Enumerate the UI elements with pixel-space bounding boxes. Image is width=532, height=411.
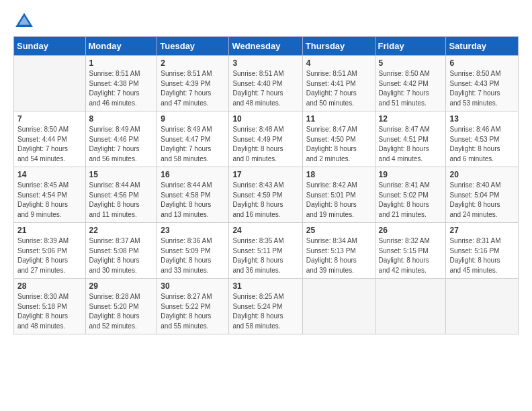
- day-info: Sunrise: 8:42 AM Sunset: 5:01 PM Dayligh…: [306, 181, 371, 220]
- day-number: 18: [306, 170, 371, 179]
- day-info: Sunrise: 8:41 AM Sunset: 5:02 PM Dayligh…: [379, 181, 443, 220]
- day-header-wednesday: Wednesday: [229, 37, 302, 56]
- calendar-cell: 27Sunrise: 8:31 AM Sunset: 5:16 PM Dayli…: [446, 223, 519, 279]
- day-info: Sunrise: 8:30 AM Sunset: 5:18 PM Dayligh…: [17, 292, 82, 331]
- calendar-cell: 12Sunrise: 8:47 AM Sunset: 4:51 PM Dayli…: [375, 111, 446, 167]
- calendar-cell: [375, 279, 446, 334]
- calendar-cell: 22Sunrise: 8:37 AM Sunset: 5:08 PM Dayli…: [85, 223, 157, 279]
- day-number: 2: [161, 58, 225, 68]
- calendar-cell: 26Sunrise: 8:32 AM Sunset: 5:15 PM Dayli…: [375, 223, 446, 279]
- calendar-cell: 31Sunrise: 8:25 AM Sunset: 5:24 PM Dayli…: [229, 279, 302, 334]
- day-number: 3: [232, 58, 298, 68]
- day-number: 12: [379, 114, 443, 124]
- day-number: 27: [449, 226, 515, 235]
- day-number: 11: [306, 114, 371, 124]
- day-number: 1: [89, 58, 154, 68]
- day-number: 15: [89, 170, 154, 179]
- calendar-cell: 25Sunrise: 8:34 AM Sunset: 5:13 PM Dayli…: [302, 223, 375, 279]
- logo: [13, 11, 38, 32]
- day-number: 24: [232, 226, 298, 235]
- day-header-saturday: Saturday: [446, 37, 519, 56]
- day-number: 17: [232, 170, 298, 179]
- day-number: 13: [449, 114, 515, 124]
- day-number: 23: [161, 226, 225, 235]
- day-info: Sunrise: 8:45 AM Sunset: 4:54 PM Dayligh…: [17, 181, 82, 220]
- calendar-cell: 18Sunrise: 8:42 AM Sunset: 5:01 PM Dayli…: [302, 167, 375, 223]
- calendar-cell: 13Sunrise: 8:46 AM Sunset: 4:53 PM Dayli…: [446, 111, 519, 167]
- day-info: Sunrise: 8:31 AM Sunset: 5:16 PM Dayligh…: [449, 236, 515, 275]
- calendar-week-row: 1Sunrise: 8:51 AM Sunset: 4:38 PM Daylig…: [14, 56, 519, 111]
- day-number: 22: [89, 226, 154, 235]
- day-info: Sunrise: 8:51 AM Sunset: 4:38 PM Dayligh…: [89, 69, 154, 108]
- calendar-cell: 17Sunrise: 8:43 AM Sunset: 4:59 PM Dayli…: [229, 167, 302, 223]
- day-number: 30: [161, 281, 225, 291]
- calendar-cell: [446, 279, 519, 334]
- day-number: 7: [17, 114, 82, 124]
- calendar-cell: 29Sunrise: 8:28 AM Sunset: 5:20 PM Dayli…: [85, 279, 157, 334]
- day-info: Sunrise: 8:32 AM Sunset: 5:15 PM Dayligh…: [379, 236, 443, 275]
- day-info: Sunrise: 8:48 AM Sunset: 4:49 PM Dayligh…: [232, 125, 298, 164]
- calendar-header-row: SundayMondayTuesdayWednesdayThursdayFrid…: [14, 37, 519, 56]
- calendar-cell: 20Sunrise: 8:40 AM Sunset: 5:04 PM Dayli…: [446, 167, 519, 223]
- day-number: 6: [449, 58, 515, 68]
- calendar-cell: 10Sunrise: 8:48 AM Sunset: 4:49 PM Dayli…: [229, 111, 302, 167]
- day-info: Sunrise: 8:51 AM Sunset: 4:41 PM Dayligh…: [306, 69, 371, 108]
- day-info: Sunrise: 8:27 AM Sunset: 5:22 PM Dayligh…: [161, 292, 225, 331]
- calendar-cell: 24Sunrise: 8:35 AM Sunset: 5:11 PM Dayli…: [229, 223, 302, 279]
- day-info: Sunrise: 8:46 AM Sunset: 4:53 PM Dayligh…: [449, 125, 515, 164]
- day-info: Sunrise: 8:43 AM Sunset: 4:59 PM Dayligh…: [232, 181, 298, 220]
- day-number: 10: [232, 114, 298, 124]
- page-header: [13, 11, 519, 32]
- day-number: 20: [449, 170, 515, 179]
- calendar-cell: 6Sunrise: 8:50 AM Sunset: 4:43 PM Daylig…: [446, 56, 519, 111]
- calendar-cell: 23Sunrise: 8:36 AM Sunset: 5:09 PM Dayli…: [157, 223, 229, 279]
- calendar-cell: 19Sunrise: 8:41 AM Sunset: 5:02 PM Dayli…: [375, 167, 446, 223]
- day-info: Sunrise: 8:51 AM Sunset: 4:40 PM Dayligh…: [232, 69, 298, 108]
- calendar-cell: [302, 279, 375, 334]
- day-header-sunday: Sunday: [14, 37, 86, 56]
- calendar-cell: 14Sunrise: 8:45 AM Sunset: 4:54 PM Dayli…: [14, 167, 86, 223]
- calendar-table: SundayMondayTuesdayWednesdayThursdayFrid…: [13, 36, 519, 334]
- day-number: 5: [379, 58, 443, 68]
- day-number: 16: [161, 170, 225, 179]
- day-info: Sunrise: 8:47 AM Sunset: 4:50 PM Dayligh…: [306, 125, 371, 164]
- calendar-cell: 8Sunrise: 8:49 AM Sunset: 4:46 PM Daylig…: [85, 111, 157, 167]
- day-info: Sunrise: 8:50 AM Sunset: 4:44 PM Dayligh…: [17, 125, 82, 164]
- day-info: Sunrise: 8:35 AM Sunset: 5:11 PM Dayligh…: [232, 236, 298, 275]
- calendar-week-row: 7Sunrise: 8:50 AM Sunset: 4:44 PM Daylig…: [14, 111, 519, 167]
- day-number: 26: [379, 226, 443, 235]
- day-info: Sunrise: 8:25 AM Sunset: 5:24 PM Dayligh…: [232, 292, 298, 331]
- day-info: Sunrise: 8:50 AM Sunset: 4:43 PM Dayligh…: [449, 69, 515, 108]
- day-info: Sunrise: 8:39 AM Sunset: 5:06 PM Dayligh…: [17, 236, 82, 275]
- calendar-cell: 16Sunrise: 8:44 AM Sunset: 4:58 PM Dayli…: [157, 167, 229, 223]
- calendar-cell: 5Sunrise: 8:50 AM Sunset: 4:42 PM Daylig…: [375, 56, 446, 111]
- day-number: 9: [161, 114, 225, 124]
- day-info: Sunrise: 8:47 AM Sunset: 4:51 PM Dayligh…: [379, 125, 443, 164]
- logo-icon: [13, 11, 35, 32]
- day-number: 8: [89, 114, 154, 124]
- day-info: Sunrise: 8:44 AM Sunset: 4:56 PM Dayligh…: [89, 181, 154, 220]
- day-info: Sunrise: 8:51 AM Sunset: 4:39 PM Dayligh…: [161, 69, 225, 108]
- day-number: 29: [89, 281, 154, 291]
- day-number: 31: [232, 281, 298, 291]
- day-info: Sunrise: 8:37 AM Sunset: 5:08 PM Dayligh…: [89, 236, 154, 275]
- calendar-cell: 11Sunrise: 8:47 AM Sunset: 4:50 PM Dayli…: [302, 111, 375, 167]
- day-number: 28: [17, 281, 82, 291]
- calendar-cell: 7Sunrise: 8:50 AM Sunset: 4:44 PM Daylig…: [14, 111, 86, 167]
- day-header-thursday: Thursday: [302, 37, 375, 56]
- day-info: Sunrise: 8:50 AM Sunset: 4:42 PM Dayligh…: [379, 69, 443, 108]
- calendar-week-row: 14Sunrise: 8:45 AM Sunset: 4:54 PM Dayli…: [14, 167, 519, 223]
- day-header-friday: Friday: [375, 37, 446, 56]
- day-info: Sunrise: 8:49 AM Sunset: 4:47 PM Dayligh…: [161, 125, 225, 164]
- day-number: 25: [306, 226, 371, 235]
- calendar-cell: 9Sunrise: 8:49 AM Sunset: 4:47 PM Daylig…: [157, 111, 229, 167]
- calendar-cell: [14, 56, 86, 111]
- calendar-cell: 3Sunrise: 8:51 AM Sunset: 4:40 PM Daylig…: [229, 56, 302, 111]
- calendar-cell: 28Sunrise: 8:30 AM Sunset: 5:18 PM Dayli…: [14, 279, 86, 334]
- calendar-cell: 15Sunrise: 8:44 AM Sunset: 4:56 PM Dayli…: [85, 167, 157, 223]
- calendar-cell: 30Sunrise: 8:27 AM Sunset: 5:22 PM Dayli…: [157, 279, 229, 334]
- day-number: 21: [17, 226, 82, 235]
- calendar-cell: 2Sunrise: 8:51 AM Sunset: 4:39 PM Daylig…: [157, 56, 229, 111]
- day-info: Sunrise: 8:36 AM Sunset: 5:09 PM Dayligh…: [161, 236, 225, 275]
- calendar-week-row: 21Sunrise: 8:39 AM Sunset: 5:06 PM Dayli…: [14, 223, 519, 279]
